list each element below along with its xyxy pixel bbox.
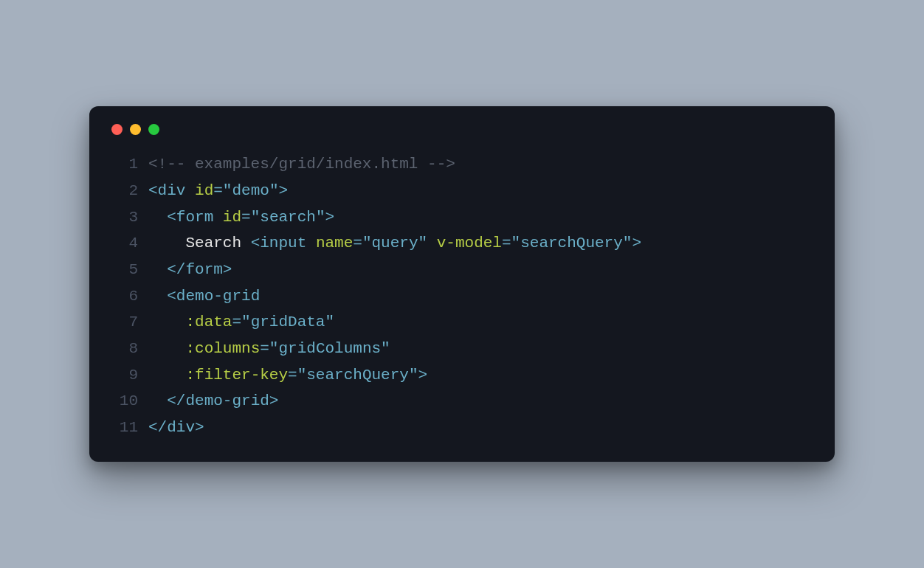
code-token: < <box>167 209 176 226</box>
code-token: form <box>176 209 213 226</box>
code-token: searchQuery <box>520 235 623 252</box>
line-number: 3 <box>107 204 148 231</box>
code-token <box>148 288 167 305</box>
code-token: " <box>269 340 279 357</box>
code-content[interactable]: <demo-grid <box>148 283 817 310</box>
maximize-icon[interactable] <box>148 124 159 135</box>
code-content[interactable]: <!-- examples/grid/index.html --> <box>148 151 817 178</box>
code-token: " <box>241 314 251 330</box>
code-content[interactable]: <div id="demo"> <box>148 178 817 204</box>
code-token: div <box>158 182 186 199</box>
minimize-icon[interactable] <box>130 124 141 135</box>
close-icon[interactable] <box>111 124 123 135</box>
code-line[interactable]: 6 <demo-grid <box>107 283 817 310</box>
code-token: form <box>185 261 222 278</box>
code-token: gridData <box>251 314 325 330</box>
code-token: v-model <box>437 235 502 252</box>
code-line[interactable]: 1<!-- examples/grid/index.html --> <box>107 151 817 178</box>
code-token: input <box>260 235 306 252</box>
code-line[interactable]: 4 Search <input name="query" v-model="se… <box>107 230 817 257</box>
code-token: " <box>511 235 521 252</box>
code-editor[interactable]: 1<!-- examples/grid/index.html -->2<div … <box>107 151 817 441</box>
code-token: " <box>223 182 232 199</box>
code-token: = <box>241 209 251 226</box>
code-token: " <box>381 340 390 357</box>
code-token: Search <box>185 235 250 252</box>
window-titlebar <box>107 121 817 151</box>
code-token <box>148 314 185 330</box>
code-token: </ <box>167 261 185 278</box>
code-token <box>148 261 167 278</box>
code-token: name <box>316 235 353 252</box>
code-token: = <box>288 367 297 384</box>
code-line[interactable]: 11</div> <box>107 415 817 441</box>
code-token: :data <box>185 314 232 330</box>
code-content[interactable]: </div> <box>148 415 817 441</box>
line-number: 6 <box>107 283 148 310</box>
code-line[interactable]: 5 </form> <box>107 257 817 283</box>
line-number: 11 <box>107 415 148 441</box>
code-content[interactable]: :columns="gridColumns" <box>148 336 817 362</box>
code-token: " <box>269 182 279 199</box>
code-token: " <box>418 235 428 252</box>
code-token: <!-- examples/grid/index.html --> <box>148 156 455 173</box>
line-number: 10 <box>107 388 148 415</box>
code-token: demo <box>232 182 269 199</box>
code-token: = <box>353 235 362 252</box>
line-number: 5 <box>107 257 148 283</box>
code-token: " <box>623 235 632 252</box>
code-token: demo-grid <box>176 288 260 305</box>
line-number: 8 <box>107 336 148 362</box>
code-token <box>185 182 195 199</box>
line-number: 9 <box>107 362 148 389</box>
code-token: </ <box>167 392 185 409</box>
line-number: 2 <box>107 178 148 204</box>
code-token: searchQuery <box>306 367 409 384</box>
code-token: = <box>232 314 241 330</box>
code-token <box>148 209 167 226</box>
code-token <box>306 235 316 252</box>
code-token <box>148 367 185 384</box>
code-token: > <box>418 367 428 384</box>
code-token: > <box>223 261 232 278</box>
code-content[interactable]: <form id="search"> <box>148 204 817 231</box>
code-token: > <box>632 235 641 252</box>
code-token: < <box>167 288 176 305</box>
code-token: id <box>223 209 241 226</box>
code-token: search <box>260 209 316 226</box>
code-content[interactable]: </form> <box>148 257 817 283</box>
code-token: query <box>372 235 418 252</box>
code-line[interactable]: 9 :filter-key="searchQuery"> <box>107 362 817 389</box>
line-number: 1 <box>107 151 148 178</box>
code-token: = <box>260 340 269 357</box>
code-token: " <box>297 367 307 384</box>
code-token: " <box>325 314 334 330</box>
line-number: 4 <box>107 230 148 257</box>
code-content[interactable]: :filter-key="searchQuery"> <box>148 362 817 389</box>
code-token: div <box>167 419 195 436</box>
code-content[interactable]: </demo-grid> <box>148 388 817 415</box>
code-token: > <box>269 392 279 409</box>
code-window: 1<!-- examples/grid/index.html -->2<div … <box>89 106 835 462</box>
code-token: " <box>409 367 418 384</box>
code-token: demo-grid <box>185 392 269 409</box>
code-line[interactable]: 3 <form id="search"> <box>107 204 817 231</box>
code-content[interactable]: Search <input name="query" v-model="sear… <box>148 230 817 257</box>
code-token: gridColumns <box>278 340 381 357</box>
line-number: 7 <box>107 309 148 336</box>
code-token: id <box>195 182 213 199</box>
code-line[interactable]: 10 </demo-grid> <box>107 388 817 415</box>
code-token: < <box>251 235 261 252</box>
code-token: > <box>195 419 204 436</box>
code-line[interactable]: 8 :columns="gridColumns" <box>107 336 817 362</box>
code-line[interactable]: 2<div id="demo"> <box>107 178 817 204</box>
code-token: = <box>502 235 511 252</box>
code-token: > <box>325 209 335 226</box>
code-token: " <box>362 235 372 252</box>
code-token: " <box>316 209 325 226</box>
code-token: < <box>148 182 158 199</box>
code-content[interactable]: :data="gridData" <box>148 309 817 336</box>
code-token: :columns <box>185 340 260 357</box>
code-line[interactable]: 7 :data="gridData" <box>107 309 817 336</box>
code-token: </ <box>148 419 167 436</box>
